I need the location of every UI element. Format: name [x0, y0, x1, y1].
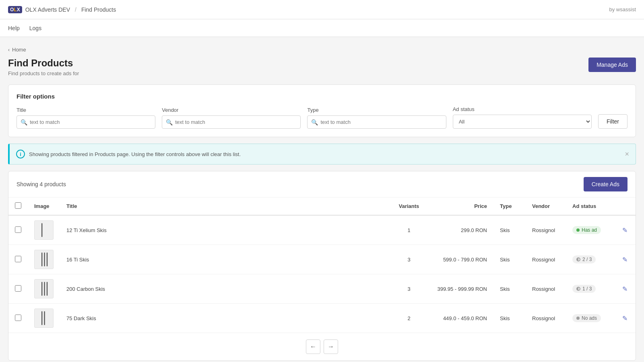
breadcrumb[interactable]: ‹ Home: [8, 47, 636, 53]
th-ad-status: Ad status: [566, 197, 614, 215]
row-ad-status-cell: 2 / 3: [566, 245, 614, 274]
row-checkbox[interactable]: [15, 256, 21, 262]
vendor-filter-input[interactable]: [162, 115, 301, 129]
row-image-cell: [28, 215, 60, 245]
filter-group-ad-status: Ad status All Has ad No ads Partial: [453, 106, 592, 129]
product-title: 75 Dark Skis: [66, 315, 96, 321]
status-badge: 2 / 3: [572, 255, 596, 263]
type-filter-input[interactable]: [307, 115, 446, 129]
filter-label-title: Title: [17, 107, 155, 113]
th-image: Image: [28, 197, 60, 215]
filter-label-vendor: Vendor: [162, 107, 301, 113]
olx-logo: O L X: [8, 6, 22, 13]
search-icon-type: 🔍: [311, 119, 318, 125]
main-content: ‹ Home Find Products Find products to cr…: [0, 37, 644, 362]
title-filter-input[interactable]: [17, 115, 155, 129]
status-dot: [576, 257, 580, 261]
edit-product-button[interactable]: ✎: [621, 313, 629, 324]
prev-page-button[interactable]: ←: [306, 339, 320, 354]
row-vendor-cell: Rossignol: [526, 245, 566, 274]
product-vendor: Rossignol: [532, 227, 555, 233]
row-type-cell: Skis: [493, 304, 526, 333]
products-section: Showing 4 products Create Ads Image Titl…: [8, 171, 636, 361]
product-title: 200 Carbon Skis: [66, 286, 105, 292]
product-type: Skis: [500, 257, 510, 263]
product-thumbnail: [34, 220, 54, 240]
product-price: 599.0 - 799.0 RON: [443, 257, 487, 263]
th-price: Price: [429, 197, 493, 215]
products-count: Showing 4 products: [17, 181, 66, 187]
row-actions-cell: ✎: [614, 274, 636, 304]
filter-input-wrap-title: 🔍: [17, 115, 155, 129]
topbar-app-name: OLX Adverts DEV: [25, 6, 70, 13]
row-price-cell: 449.0 - 459.0 RON: [429, 304, 493, 333]
products-table: Image Title Variants Price Type Vendor A…: [8, 197, 636, 333]
close-banner-icon[interactable]: ×: [625, 150, 629, 158]
row-type-cell: Skis: [493, 215, 526, 245]
filter-group-vendor: Vendor 🔍: [162, 107, 301, 129]
next-page-button[interactable]: →: [324, 339, 338, 354]
edit-product-button[interactable]: ✎: [621, 254, 629, 265]
row-price-cell: 599.0 - 799.0 RON: [429, 245, 493, 274]
select-all-checkbox[interactable]: [15, 202, 21, 209]
page-subtitle: Find products to create ads for: [8, 70, 79, 76]
search-icon-title: 🔍: [21, 119, 27, 125]
product-thumbnail: [34, 250, 54, 269]
row-variants-cell: 3: [389, 245, 429, 274]
info-icon: i: [16, 150, 25, 158]
status-dot: [576, 228, 580, 232]
products-header: Showing 4 products Create Ads: [8, 171, 636, 197]
edit-product-button[interactable]: ✎: [621, 284, 629, 294]
row-ad-status-cell: No ads: [566, 304, 614, 333]
row-variants-cell: 1: [389, 215, 429, 245]
row-checkbox-cell: [8, 274, 28, 304]
status-dot: [576, 287, 580, 291]
filter-label-type: Type: [307, 107, 446, 113]
manage-ads-button[interactable]: Manage Ads: [588, 58, 636, 72]
product-price: 299.0 RON: [461, 227, 487, 233]
product-thumbnail: [34, 279, 54, 298]
th-actions: [614, 197, 636, 215]
ad-status-select[interactable]: All Has ad No ads Partial: [453, 115, 592, 129]
row-image-cell: [28, 245, 60, 274]
nav-logs[interactable]: Logs: [29, 20, 41, 36]
row-type-cell: Skis: [493, 274, 526, 304]
create-ads-button[interactable]: Create Ads: [584, 177, 627, 191]
nav-help[interactable]: Help: [8, 20, 20, 36]
table-row: 12 Ti Xelium Skis 1 299.0 RON Skis Rossi…: [8, 215, 636, 245]
row-vendor-cell: Rossignol: [526, 304, 566, 333]
row-vendor-cell: Rossignol: [526, 215, 566, 245]
row-title-cell: 200 Carbon Skis: [60, 274, 389, 304]
row-price-cell: 299.0 RON: [429, 215, 493, 245]
row-checkbox[interactable]: [15, 226, 21, 233]
breadcrumb-label: Home: [12, 47, 26, 53]
row-price-cell: 399.95 - 999.99 RON: [429, 274, 493, 304]
search-icon-vendor: 🔍: [166, 119, 173, 125]
edit-product-button[interactable]: ✎: [621, 225, 629, 236]
row-checkbox[interactable]: [15, 315, 21, 321]
th-type: Type: [493, 197, 526, 215]
row-title-cell: 16 Ti Skis: [60, 245, 389, 274]
row-variants-cell: 3: [389, 274, 429, 304]
pagination: ← →: [8, 333, 636, 360]
topbar: O L X OLX Adverts DEV / Find Products by…: [0, 0, 644, 19]
products-table-wrap: Image Title Variants Price Type Vendor A…: [8, 197, 636, 333]
filter-title: Filter options: [17, 93, 627, 100]
filter-group-type: Type 🔍: [307, 107, 446, 129]
product-price: 399.95 - 999.99 RON: [437, 286, 487, 292]
filter-input-wrap-vendor: 🔍: [162, 115, 301, 129]
row-checkbox-cell: [8, 304, 28, 333]
info-banner-left: i Showing products filtered in Products …: [16, 150, 241, 158]
row-actions-cell: ✎: [614, 304, 636, 333]
filter-button[interactable]: Filter: [598, 114, 627, 129]
row-ad-status-cell: 1 / 3: [566, 274, 614, 304]
filter-label-ad-status: Ad status: [453, 106, 592, 112]
filter-card: Filter options Title 🔍 Vendor 🔍 Typ: [8, 84, 636, 137]
th-variants: Variants: [389, 197, 429, 215]
product-type: Skis: [500, 286, 510, 292]
filter-row: Title 🔍 Vendor 🔍 Type 🔍: [17, 106, 627, 129]
product-type: Skis: [500, 315, 510, 321]
row-checkbox-cell: [8, 245, 28, 274]
row-checkbox[interactable]: [15, 285, 21, 292]
th-select-all: [8, 197, 28, 215]
